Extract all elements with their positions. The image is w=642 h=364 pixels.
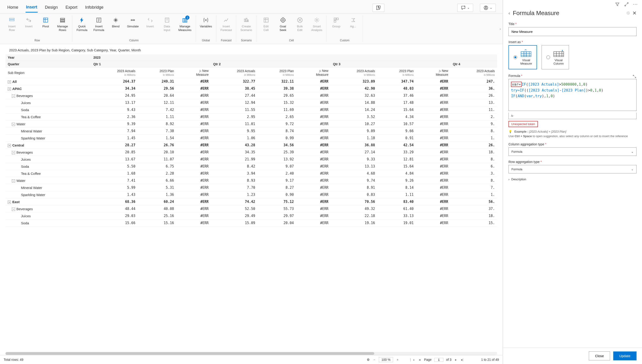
cell-value[interactable]: #ERR — [296, 149, 331, 156]
cell-value[interactable]: 0.90 — [258, 191, 296, 198]
cell-value[interactable]: 9. — [450, 120, 497, 128]
cell-value[interactable]: 10.57 — [377, 120, 416, 128]
cell-value[interactable]: 9.95 — [211, 128, 258, 135]
expander-icon[interactable]: − — [12, 151, 15, 154]
cell-value[interactable]: 37.46 — [377, 92, 416, 99]
fx-bar[interactable]: fx — [508, 113, 636, 119]
cell-value[interactable]: 1.06 — [211, 135, 258, 142]
cell-value[interactable]: 5.50 — [91, 163, 138, 170]
cell-value[interactable]: 15.66 — [91, 220, 138, 226]
cell-value[interactable]: 8.93 — [211, 177, 258, 184]
cell-value[interactable]: 15. — [450, 220, 497, 226]
header-year-value[interactable]: 2023 — [91, 54, 497, 61]
cell-value[interactable]: 29.65 — [258, 92, 296, 99]
cell-value[interactable]: 25.39 — [258, 149, 296, 156]
cell-value[interactable]: #ERR — [416, 142, 450, 149]
cell-value[interactable]: #ERR — [296, 156, 331, 163]
cell-value[interactable]: #ERR — [416, 206, 450, 212]
table-row[interactable]: Soda9.437.42#ERR11.5511.69#ERR14.2415.64… — [6, 106, 497, 114]
expander-icon[interactable]: − — [12, 94, 15, 98]
ribbon-simulate[interactable]: Simulate — [126, 16, 140, 29]
ribbon-quick-formula[interactable]: Quick Formula — [75, 16, 89, 33]
expander-icon[interactable]: − — [8, 88, 11, 90]
ribbon-goal-seek[interactable]: Goal Seek — [276, 16, 290, 33]
cell-value[interactable]: #ERR — [176, 149, 211, 156]
cell-value[interactable]: 11.01 — [211, 120, 258, 128]
cell-value[interactable]: 36. — [450, 85, 497, 92]
cell-value[interactable]: 6. — [450, 163, 497, 170]
cell-value[interactable]: 48.44 — [91, 206, 138, 212]
cell-value[interactable]: #ERR — [296, 135, 331, 142]
cell-value[interactable]: 3.94 — [211, 170, 258, 177]
cell-value[interactable]: 9.43 — [91, 106, 138, 114]
cell-value[interactable]: #ERR — [176, 156, 211, 163]
zoom-value[interactable]: 100 % — [379, 357, 393, 362]
cell-value[interactable]: #ERR — [176, 184, 211, 191]
cell-value[interactable]: 6.75 — [138, 163, 176, 170]
cell-value[interactable]: #ERR — [176, 92, 211, 99]
cell-value[interactable]: 14.88 — [331, 99, 377, 106]
cell-value[interactable]: 6.66 — [138, 177, 176, 184]
description-toggle[interactable]: › Description — [508, 178, 636, 181]
cell-value[interactable]: 15.16 — [138, 220, 176, 226]
zoom-in[interactable]: + — [396, 358, 400, 362]
table-row[interactable]: −All264.37249.31#ERR322.77322.11#ERR323.… — [6, 78, 497, 85]
cell-value[interactable]: 2.36 — [91, 114, 138, 120]
cell-value[interactable]: 1. — [450, 191, 497, 198]
cell-value[interactable]: 20.64 — [138, 92, 176, 99]
table-row[interactable]: Juices13.1712.11#ERR12.9415.32#ERR14.881… — [6, 99, 497, 106]
tab-design[interactable]: Design — [44, 3, 58, 12]
header-qtr2[interactable]: Qtr 2 — [211, 61, 331, 68]
ribbon-pivot[interactable]: Pivot — [39, 16, 52, 29]
cell-value[interactable]: 8.42 — [211, 163, 258, 170]
cell-value[interactable]: #ERR — [176, 206, 211, 212]
cell-value[interactable]: 9.74 — [331, 177, 377, 184]
cell-value[interactable]: 34.34 — [91, 85, 138, 92]
cell-value[interactable]: 49.32 — [331, 206, 377, 212]
cell-value[interactable]: 323.09 — [331, 78, 377, 85]
cell-value[interactable]: 4.68 — [331, 170, 377, 177]
cell-value[interactable]: #ERR — [296, 78, 331, 85]
cell-value[interactable]: 60.24 — [138, 198, 176, 206]
page-prev[interactable]: ◂ — [418, 358, 421, 362]
cell-value[interactable]: 2.40 — [258, 170, 296, 177]
table-row[interactable]: −Beverages48.4440.08#ERR52.5055.73#ERR49… — [6, 206, 497, 212]
table-row[interactable]: Mineral Water5.995.31#ERR7.708.27#ERR8.9… — [6, 184, 497, 191]
cell-value[interactable]: 322.77 — [211, 78, 258, 85]
cell-value[interactable]: 27.44 — [211, 92, 258, 99]
cell-value[interactable]: 15.32 — [258, 99, 296, 106]
cell-value[interactable]: #ERR — [416, 85, 450, 92]
title-input[interactable] — [508, 27, 636, 36]
cell-value[interactable]: #ERR — [296, 142, 331, 149]
tab-export[interactable]: Export — [65, 3, 78, 12]
cell-value[interactable]: 43.28 — [211, 142, 258, 149]
cell-value[interactable]: #ERR — [176, 177, 211, 184]
tab-insert[interactable]: Insert — [26, 3, 38, 12]
cell-value[interactable]: 249.31 — [138, 78, 176, 85]
cell-value[interactable]: 83.40 — [377, 198, 416, 206]
cell-value[interactable]: 5.99 — [91, 184, 138, 191]
panel-back-icon[interactable]: ‹ — [508, 10, 510, 16]
cell-value[interactable]: 20.04 — [258, 220, 296, 226]
cell-value[interactable]: #ERR — [416, 177, 450, 184]
cell-value[interactable]: 1. — [450, 135, 497, 142]
cell-value[interactable]: #ERR — [296, 198, 331, 206]
cell-value[interactable]: #ERR — [416, 149, 450, 156]
ribbon-manage-rows[interactable]: Manage Rows — [56, 16, 70, 33]
horizontal-scrollbar[interactable] — [6, 352, 497, 355]
cell-value[interactable]: #ERR — [176, 198, 211, 206]
cell-value[interactable]: #ERR — [176, 85, 211, 92]
cell-value[interactable]: 322.11 — [258, 78, 296, 85]
cell-value[interactable]: #ERR — [176, 135, 211, 142]
header-qtr1[interactable]: Qtr 1 — [91, 61, 211, 68]
cell-value[interactable]: #ERR — [416, 128, 450, 135]
ribbon-scroll-right[interactable]: › — [499, 25, 502, 33]
cell-value[interactable]: 37. — [450, 206, 497, 212]
cell-value[interactable]: #ERR — [176, 78, 211, 85]
cell-value[interactable]: #ERR — [176, 128, 211, 135]
cell-value[interactable]: 247. — [450, 78, 497, 85]
cell-value[interactable]: 40.08 — [138, 206, 176, 212]
row-agg-select[interactable]: Formula⌄ — [508, 165, 636, 174]
insert-as-visual-column[interactable]: Visual Column — [542, 45, 569, 70]
header-qtr3[interactable]: Qtr 3 — [331, 61, 450, 68]
